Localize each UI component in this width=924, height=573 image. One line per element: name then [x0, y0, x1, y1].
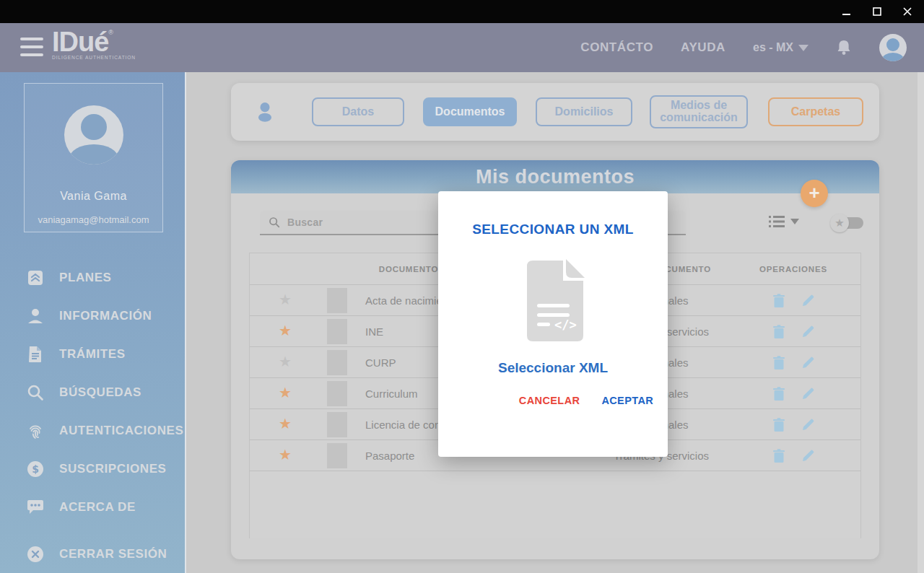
edit-icon[interactable]: [801, 449, 815, 463]
select-xml-dialog: SELECCIONAR UN XML </> Seleccionar XML C…: [438, 191, 668, 457]
sidebar-item-label: INFORMACIÓN: [59, 309, 152, 323]
document-thumbnail: [327, 319, 347, 344]
logo-subtitle: DILIGENCE AUTHENTICATION: [52, 55, 136, 60]
delete-icon[interactable]: [772, 387, 785, 401]
person-icon: [26, 307, 45, 325]
sidebar: Vania Gama vaniagamag@hotmail.com PLANES…: [0, 72, 186, 573]
sidebar-item-label: AUTENTICACIONES: [59, 424, 183, 438]
sidebar-item-label: PLANES: [59, 271, 112, 285]
tab-datos[interactable]: Datos: [312, 97, 404, 126]
maximize-icon[interactable]: [872, 6, 882, 17]
list-view-icon: [769, 215, 785, 228]
tab-domicilios[interactable]: Domicilios: [536, 97, 632, 126]
profile-email: vaniagamag@hotmail.com: [25, 214, 162, 225]
title-bar: [0, 0, 924, 23]
minimize-icon[interactable]: [842, 6, 852, 17]
logo-text: IDué: [52, 27, 108, 57]
chevron-down-icon: [798, 45, 808, 51]
registered-mark: ®: [108, 29, 113, 36]
accept-button[interactable]: ACEPTAR: [601, 395, 653, 406]
delete-icon[interactable]: [772, 449, 785, 463]
document-thumbnail: [327, 412, 347, 437]
nav-link-contact[interactable]: CONTÁCTO: [580, 40, 653, 55]
sidebar-item-suscripciones[interactable]: $ SUSCRIPCIONES: [26, 450, 185, 488]
star-icon[interactable]: ★: [274, 446, 296, 463]
profile-name: Vania Gama: [25, 190, 162, 203]
delete-icon[interactable]: [772, 294, 785, 308]
search-icon: [269, 216, 280, 228]
cancel-button[interactable]: CANCELAR: [519, 395, 580, 406]
top-navbar: IDué® DILIGENCE AUTHENTICATION CONTÁCTO …: [0, 23, 924, 72]
profile-card: Vania Gama vaniagamag@hotmail.com: [24, 83, 163, 232]
close-circle-icon: [26, 545, 45, 564]
sidebar-item-label: TRÁMITES: [59, 347, 126, 362]
person-icon: [253, 100, 277, 124]
svg-text:$: $: [32, 463, 39, 475]
scrollbar-track[interactable]: [918, 72, 924, 573]
page-title: Mis documentos: [231, 160, 879, 193]
app-logo: IDué® DILIGENCE AUTHENTICATION: [52, 27, 136, 60]
select-xml-link[interactable]: Seleccionar XML: [438, 360, 668, 376]
search-placeholder: Buscar: [287, 216, 323, 228]
edit-icon[interactable]: [801, 356, 815, 369]
tab-documentos[interactable]: Documentos: [423, 97, 517, 126]
user-avatar[interactable]: [879, 34, 907, 61]
sidebar-item-label: ACERCA DE: [59, 500, 136, 515]
svg-text:</>: </>: [554, 318, 577, 332]
tab-carpetas[interactable]: Carpetas: [768, 97, 863, 126]
document-thumbnail: [327, 350, 347, 375]
add-document-button[interactable]: +: [801, 180, 828, 207]
plans-icon: [26, 268, 45, 287]
menu-icon[interactable]: [20, 38, 43, 56]
sidebar-item-label: BÚSQUEDAS: [59, 385, 141, 400]
notifications-bell-icon[interactable]: [836, 39, 852, 56]
dialog-title: SELECCIONAR UN XML: [438, 222, 668, 237]
delete-icon[interactable]: [772, 356, 785, 370]
favorites-toggle[interactable]: ★: [830, 214, 863, 232]
profile-tabs-card: Datos Documentos Domicilios Medios de co…: [231, 83, 879, 141]
sidebar-item-tramites[interactable]: TRÁMITES: [26, 335, 185, 373]
star-icon[interactable]: ★: [274, 353, 296, 370]
profile-avatar: [64, 105, 123, 165]
star-icon[interactable]: ★: [274, 415, 296, 432]
fingerprint-icon: [26, 421, 45, 440]
search-icon: [26, 383, 45, 402]
sidebar-item-cerrar-sesion[interactable]: CERRAR SESIÓN: [26, 535, 185, 573]
star-icon[interactable]: ★: [274, 291, 296, 308]
xml-file-icon: </>: [517, 256, 589, 343]
nav-link-help[interactable]: AYUDA: [681, 40, 725, 55]
view-mode-selector[interactable]: [769, 215, 799, 228]
star-icon[interactable]: ★: [274, 384, 296, 401]
close-icon[interactable]: [902, 6, 912, 17]
sidebar-item-planes[interactable]: PLANES: [26, 258, 185, 297]
sidebar-item-label: CERRAR SESIÓN: [59, 547, 167, 561]
tab-medios-de-comunicacion[interactable]: Medios de comunicación: [650, 95, 748, 128]
document-thumbnail: [327, 381, 347, 406]
delete-icon[interactable]: [772, 325, 785, 339]
sidebar-item-autenticaciones[interactable]: AUTENTICACIONES: [26, 411, 185, 450]
documents-header: Mis documentos: [231, 160, 879, 193]
sidebar-item-informacion[interactable]: INFORMACIÓN: [26, 297, 185, 335]
chevron-down-icon: [790, 219, 799, 224]
sidebar-item-acerca-de[interactable]: ACERCA DE: [26, 488, 185, 526]
locale-label: es - MX: [753, 41, 793, 54]
column-header-operaciones: OPERACIONES: [748, 253, 839, 285]
edit-icon[interactable]: [801, 294, 815, 307]
document-thumbnail: [327, 288, 347, 313]
locale-selector[interactable]: es - MX: [753, 41, 808, 54]
edit-icon[interactable]: [801, 418, 815, 432]
edit-icon[interactable]: [801, 325, 815, 338]
star-icon[interactable]: ★: [274, 322, 296, 339]
sidebar-item-busquedas[interactable]: BÚSQUEDAS: [26, 373, 185, 411]
document-icon: [26, 345, 45, 364]
dollar-circle-icon: $: [26, 460, 45, 478]
sidebar-item-label: SUSCRIPCIONES: [59, 462, 167, 476]
document-thumbnail: [327, 443, 347, 468]
star-icon: ★: [830, 214, 849, 232]
delete-icon[interactable]: [772, 418, 785, 432]
edit-icon[interactable]: [801, 387, 815, 401]
chat-bubble-icon: [26, 498, 45, 517]
